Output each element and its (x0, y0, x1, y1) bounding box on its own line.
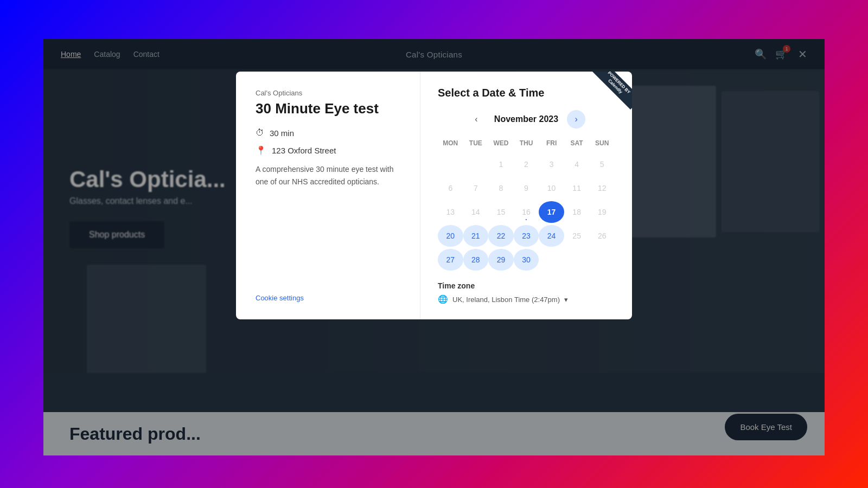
location-icon: 📍 (256, 145, 266, 156)
cal-cell-23[interactable]: 23 (514, 225, 539, 247)
cal-cell-28[interactable]: 28 (463, 249, 489, 271)
modal-right-panel: POWERED BY Calendly Select a Date & Time… (420, 72, 632, 319)
cal-cell-21[interactable]: 21 (463, 225, 489, 247)
cal-cell-22[interactable]: 22 (488, 225, 514, 247)
cal-cell-17[interactable]: 17 (539, 201, 564, 223)
globe-icon: 🌐 (438, 294, 448, 304)
day-header-wed: WED (488, 137, 514, 149)
timezone-value: UK, Ireland, Lisbon Time (2:47pm) (452, 296, 560, 304)
modal-overlay: Cal's Opticians 30 Minute Eye test ⏱ 30 … (43, 39, 825, 455)
cal-cell-empty (463, 153, 489, 175)
cal-cell-2: 2 (514, 153, 539, 175)
timezone-selector[interactable]: 🌐 UK, Ireland, Lisbon Time (2:47pm) ▾ (438, 294, 615, 304)
modal-duration: ⏱ 30 min (256, 128, 400, 138)
modal-service-title: 30 Minute Eye test (256, 100, 400, 117)
day-header-thu: THU (514, 137, 539, 149)
calendar-week-1: 1 2 3 4 5 (438, 153, 615, 175)
cal-cell-empty (539, 249, 564, 271)
cal-cell-16: 16 (514, 201, 539, 223)
booking-modal: Cal's Opticians 30 Minute Eye test ⏱ 30 … (236, 72, 632, 319)
timezone-dropdown-icon: ▾ (564, 296, 568, 304)
cookie-settings-link[interactable]: Cookie settings (256, 294, 400, 302)
cal-cell-24[interactable]: 24 (539, 225, 564, 247)
calendar-month: November 2023 (494, 114, 558, 124)
cal-cell-15: 15 (488, 201, 514, 223)
clock-icon: ⏱ (256, 128, 264, 138)
cal-cell-6: 6 (438, 177, 463, 199)
modal-location: 📍 123 Oxford Street (256, 145, 400, 156)
cal-cell-13: 13 (438, 201, 463, 223)
cal-cell-9: 9 (514, 177, 539, 199)
modal-left-panel: Cal's Opticians 30 Minute Eye test ⏱ 30 … (236, 72, 420, 319)
calendar-week-3: 13 14 15 16 17 18 19 (438, 201, 615, 223)
cal-cell-19: 19 (589, 201, 615, 223)
cal-cell-8: 8 (488, 177, 514, 199)
cal-cell-30[interactable]: 30 (514, 249, 539, 271)
calendar-header-row: MON TUE WED THU FRI SAT SUN (438, 137, 615, 149)
cal-cell-10: 10 (539, 177, 564, 199)
cal-cell-4: 4 (564, 153, 590, 175)
modal-company-name: Cal's Opticians (256, 89, 400, 97)
timezone-label: Time zone (438, 281, 615, 290)
day-header-sun: SUN (589, 137, 615, 149)
cal-cell-26: 26 (589, 225, 615, 247)
cal-cell-29[interactable]: 29 (488, 249, 514, 271)
cal-cell-27[interactable]: 27 (438, 249, 463, 271)
timezone-section: Time zone 🌐 UK, Ireland, Lisbon Time (2:… (438, 281, 615, 304)
website-container: Home Catalog Contact Cal's Opticians 🔍 🛒… (43, 39, 825, 455)
next-month-button[interactable]: › (567, 110, 585, 129)
cal-cell-3: 3 (539, 153, 564, 175)
location-text: 123 Oxford Street (272, 146, 336, 155)
cal-cell-empty (589, 249, 615, 271)
calendly-badge: POWERED BY Calendly (589, 72, 632, 115)
cal-cell-7: 7 (463, 177, 489, 199)
day-header-mon: MON (438, 137, 463, 149)
calendar-week-4: 20 21 22 23 24 25 26 (438, 225, 615, 247)
modal-description: A comprehensive 30 minute eye test with … (256, 163, 400, 188)
cal-cell-1: 1 (488, 153, 514, 175)
cal-cell-empty (564, 249, 590, 271)
prev-month-button[interactable]: ‹ (467, 110, 486, 129)
calendly-badge-text: POWERED BY Calendly (592, 72, 632, 110)
cal-cell-25: 25 (564, 225, 590, 247)
day-header-tue: TUE (463, 137, 489, 149)
cal-cell-empty (438, 153, 463, 175)
day-header-sat: SAT (564, 137, 590, 149)
day-header-fri: FRI (539, 137, 564, 149)
cal-cell-12: 12 (589, 177, 615, 199)
cal-cell-14: 14 (463, 201, 489, 223)
cal-cell-11: 11 (564, 177, 590, 199)
calendar-week-2: 6 7 8 9 10 11 12 (438, 177, 615, 199)
calendar-week-5: 27 28 29 30 (438, 249, 615, 271)
cal-cell-18: 18 (564, 201, 590, 223)
cal-cell-5: 5 (589, 153, 615, 175)
duration-text: 30 min (270, 129, 294, 138)
calendar-grid: MON TUE WED THU FRI SAT SUN 1 2 (438, 137, 615, 271)
cal-cell-20[interactable]: 20 (438, 225, 463, 247)
